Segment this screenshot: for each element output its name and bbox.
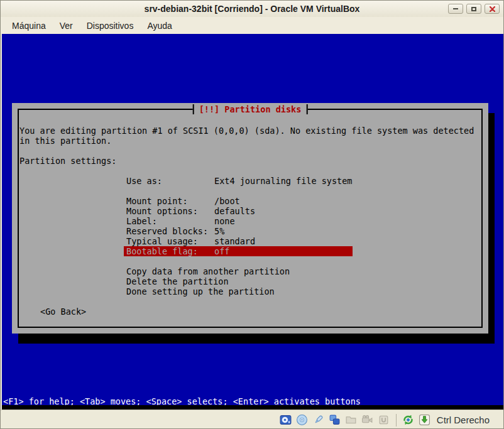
keyboard-capture-icon[interactable] xyxy=(419,414,431,426)
action-delete-partition[interactable]: Delete the partition xyxy=(126,276,481,286)
setting-value: 5% xyxy=(214,226,224,236)
menu-item-dispositivos[interactable]: Dispositivos xyxy=(82,19,139,33)
spacer xyxy=(19,146,481,156)
menu-item-ver[interactable]: Ver xyxy=(55,19,78,33)
menu-bar: Máquina Ver Dispositivos Ayuda xyxy=(1,17,503,34)
network-icon[interactable] xyxy=(329,414,341,426)
usb-chip-icon xyxy=(378,414,390,426)
menu-item-maquina[interactable]: Máquina xyxy=(7,19,51,33)
video-capture-icon xyxy=(361,414,374,426)
setting-row-typical-usage[interactable]: Typical usage:standard xyxy=(124,236,353,246)
setting-label: Mount options: xyxy=(126,206,214,216)
virtualbox-window: srv-debian-32bit [Corriendo] - Oracle VM… xyxy=(0,0,504,429)
maximize-button[interactable] xyxy=(466,4,481,14)
menu-item-ayuda[interactable]: Ayuda xyxy=(142,19,177,33)
statusbar-separator xyxy=(396,414,397,426)
window-title: srv-debian-32bit [Corriendo] - Oracle VM… xyxy=(145,4,360,14)
action-copy-data[interactable]: Copy data from another partition xyxy=(126,266,481,276)
dialog-text-line1: You are editing partition #1 of SCSI1 (0… xyxy=(19,126,481,136)
close-button[interactable] xyxy=(485,4,500,14)
setting-row-label[interactable]: Label:none xyxy=(124,216,353,226)
partition-dialog: [!!] Partition disks You are editing par… xyxy=(12,103,488,334)
setting-value: defaults xyxy=(214,206,255,216)
setting-value: none xyxy=(214,216,235,226)
minimize-icon xyxy=(453,8,458,9)
action-done-setting-up[interactable]: Done setting up the partition xyxy=(126,286,481,296)
title-bar: srv-debian-32bit [Corriendo] - Oracle VM… xyxy=(1,1,503,17)
setting-row-reserved-blocks[interactable]: Reserved blocks:5% xyxy=(124,226,353,236)
setting-value: off xyxy=(214,246,229,256)
setting-row-mount-options[interactable]: Mount options:defaults xyxy=(124,206,353,216)
close-icon xyxy=(490,6,495,12)
section-label: Partition settings: xyxy=(19,156,481,166)
dialog-text-line2: in this partition. xyxy=(19,136,481,146)
setting-value: standard xyxy=(214,236,255,246)
shared-folder-icon xyxy=(345,414,358,426)
spacer xyxy=(19,186,481,196)
mouse-integration-icon[interactable] xyxy=(402,414,415,426)
minimize-button[interactable] xyxy=(448,4,463,14)
dialog-content: You are editing partition #1 of SCSI1 (0… xyxy=(19,126,481,317)
setting-value: /boot xyxy=(214,196,240,206)
setting-row-bootable-flag[interactable]: Bootable flag:off xyxy=(124,246,353,256)
status-bar: Ctrl Derecho xyxy=(1,410,503,429)
setting-label: Use as: xyxy=(126,176,214,186)
setting-label: Bootable flag: xyxy=(126,246,214,256)
setting-value: Ext4 journaling file system xyxy=(214,176,352,186)
usb-device-icon[interactable] xyxy=(312,414,325,426)
setting-label: Mount point: xyxy=(126,196,214,206)
spacer xyxy=(19,166,481,176)
setting-row-mount-point[interactable]: Mount point:/boot xyxy=(124,196,353,206)
dialog-title: [!!] Partition disks xyxy=(193,104,308,114)
hard-disk-icon[interactable] xyxy=(280,414,292,426)
vm-display[interactable]: [!!] Partition disks You are editing par… xyxy=(2,34,503,410)
window-controls xyxy=(448,4,500,14)
spacer xyxy=(19,256,481,266)
setting-label: Label: xyxy=(126,216,214,226)
go-back-line: <Go Back> xyxy=(40,307,481,317)
host-key-label: Ctrl Derecho xyxy=(437,415,490,425)
setting-row-use-as[interactable]: Use as:Ext4 journaling file system xyxy=(124,176,353,186)
optical-disk-icon[interactable] xyxy=(296,414,309,426)
setting-label: Reserved blocks: xyxy=(126,226,214,236)
go-back-button[interactable]: <Go Back> xyxy=(40,307,86,317)
console-black-strip xyxy=(2,405,503,410)
maximize-icon xyxy=(471,7,476,11)
spacer xyxy=(19,296,481,307)
setting-label: Typical usage: xyxy=(126,236,214,246)
